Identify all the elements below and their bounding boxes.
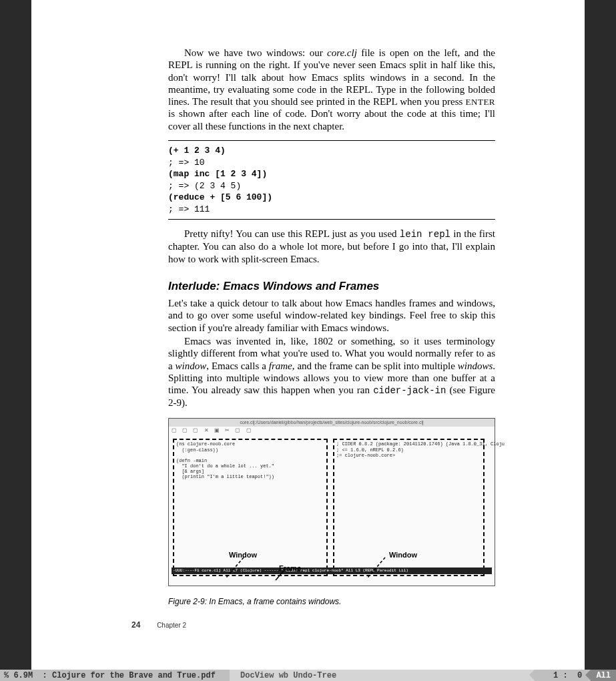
text: is shown after each line of code. Don't … bbox=[168, 108, 495, 131]
code-listing: (+ 1 2 3 4) ; => 10 (map inc [1 2 3 4]) … bbox=[168, 140, 495, 220]
figure-toolbar: ▢ ▢ ▢ ✕ ▣ ✂ ▢ ▢ bbox=[169, 427, 495, 437]
paragraph-2: Pretty nifty! You can use this REPL just… bbox=[168, 228, 495, 265]
pdf-page: Now we have two windows: our core.clj fi… bbox=[31, 0, 585, 670]
text: Pretty nifty! You can use this REPL just… bbox=[184, 228, 400, 239]
figure-label-window-left: Window bbox=[229, 551, 257, 559]
code-line: ; => 10 bbox=[168, 158, 205, 168]
figure-modeline-bar: -UUU:----F1 core.clj All L7 (Clojure) --… bbox=[172, 568, 492, 574]
text: , and the frame can be split into multip… bbox=[292, 361, 458, 371]
term-windows: windows bbox=[458, 361, 493, 371]
figure-label-window-right: Window bbox=[389, 551, 417, 559]
code-line: ; => (2 3 4 5) bbox=[168, 181, 241, 191]
code-line: ; => 111 bbox=[168, 204, 210, 214]
text: , Emacs calls a bbox=[206, 361, 269, 371]
emacs-modeline[interactable]: % 6.9M : Clojure for the Brave and True.… bbox=[0, 670, 616, 681]
modeline-scroll-percent[interactable]: All bbox=[591, 670, 616, 681]
text: Now we have two windows: our bbox=[184, 47, 327, 58]
chapter-label: Chapter 2 bbox=[157, 622, 186, 629]
term-window: window bbox=[176, 361, 207, 371]
filename: core.clj bbox=[327, 47, 357, 58]
code-line: (+ 1 2 3 4) bbox=[168, 146, 226, 156]
modeline-spacer bbox=[350, 670, 534, 681]
figure-body: (ns clojure-noob.core (:gen-class)) (def… bbox=[169, 437, 495, 578]
section-heading: Interlude: Emacs Windows and Frames bbox=[168, 280, 495, 293]
page-content: Now we have two windows: our core.clj fi… bbox=[168, 47, 495, 606]
term-frame: frame bbox=[269, 361, 292, 371]
figure-label-frame: Frame bbox=[279, 564, 301, 572]
paragraph-3: Let's take a quick detour to talk about … bbox=[168, 297, 495, 334]
emacs-docview-viewport: Now we have two windows: our core.clj fi… bbox=[0, 0, 616, 681]
figure-titlebar: core.clj:/Users/daniel/gibbo/han/project… bbox=[169, 419, 495, 427]
inline-code: lein repl bbox=[400, 229, 450, 240]
figure-2-9: core.clj:/Users/daniel/gibbo/han/project… bbox=[168, 418, 495, 586]
paragraph-4: Emacs was invented in, like, 1802 or som… bbox=[168, 335, 495, 409]
page-footer: 24 Chapter 2 bbox=[131, 620, 186, 630]
code-line: (map inc [1 2 3 4]) bbox=[168, 169, 267, 179]
modeline-major-mode[interactable]: DocView wb Undo-Tree bbox=[230, 670, 350, 681]
code-line: (reduce + [5 6 100]) bbox=[168, 192, 272, 202]
inline-code: cider-jack-in bbox=[373, 385, 446, 396]
paragraph-1: Now we have two windows: our core.clj fi… bbox=[168, 47, 495, 132]
modeline-buffer-name[interactable]: % 6.9M : Clojure for the Brave and True.… bbox=[0, 670, 230, 681]
figure-left-code: (ns clojure-noob.core (:gen-class)) (def… bbox=[174, 440, 326, 480]
modeline-position[interactable]: 1 : 0 bbox=[535, 670, 591, 681]
page-number: 24 bbox=[131, 620, 140, 630]
key-enter: ENTER bbox=[466, 97, 495, 107]
figure-caption: Figure 2-9: In Emacs, a frame contains w… bbox=[168, 597, 495, 606]
figure-right-code: ; CIDER 0.8.2 (package: 20141120.1746) (… bbox=[334, 440, 483, 459]
